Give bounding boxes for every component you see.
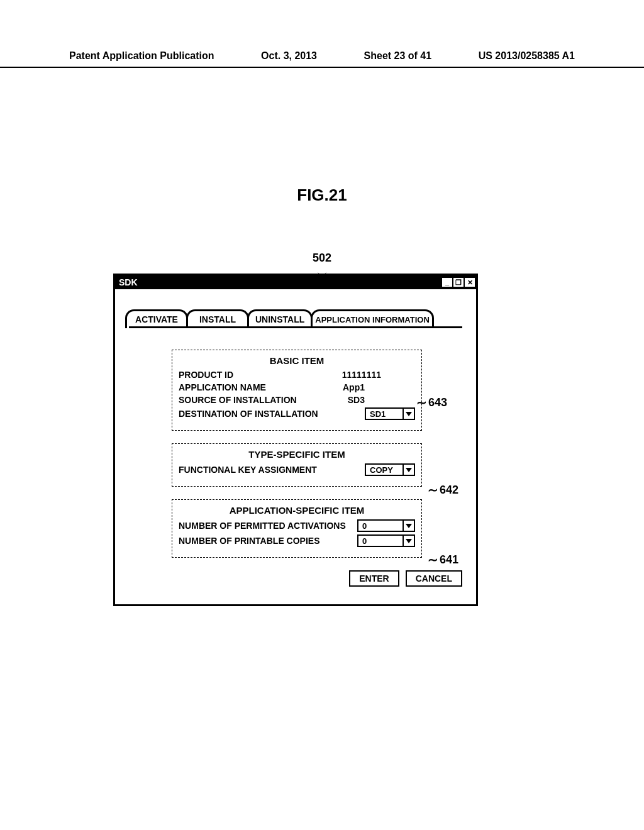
app-specific-group: APPLICATION-SPECIFIC ITEM NUMBER OF PERM…	[172, 499, 422, 558]
activations-value: 0	[358, 521, 402, 531]
sheet-number: Sheet 23 of 41	[364, 50, 432, 62]
pub-date: Oct. 3, 2013	[261, 50, 317, 62]
tab-uninstall[interactable]: UNINSTALL	[247, 309, 313, 328]
app-name-value: App1	[343, 382, 415, 392]
copies-value: 0	[358, 536, 402, 546]
activations-select[interactable]: 0	[357, 519, 415, 532]
source-label: SOURCE OF INSTALLATION	[179, 395, 297, 405]
titlebar: SDK _ ❐ ✕	[115, 275, 476, 289]
dest-label: DESTINATION OF INSTALLATION	[179, 409, 318, 419]
close-icon[interactable]: ✕	[465, 278, 475, 287]
tab-app-info[interactable]: APPLICATION INFORMATION	[311, 309, 434, 328]
action-bar: ENTER CANCEL	[129, 570, 462, 587]
basic-item-group: BASIC ITEM PRODUCT ID 11111111 APPLICATI…	[172, 350, 422, 431]
chevron-down-icon[interactable]	[402, 465, 414, 475]
pub-label: Patent Application Publication	[69, 50, 214, 62]
app-specific-title: APPLICATION-SPECIFIC ITEM	[179, 505, 415, 516]
callout-641: ∼641	[428, 552, 458, 567]
app-name-label: APPLICATION NAME	[179, 382, 266, 392]
callout-643: ∼643	[416, 395, 447, 410]
chevron-down-icon[interactable]	[402, 521, 414, 531]
cancel-button[interactable]: CANCEL	[406, 570, 462, 587]
product-id-label: PRODUCT ID	[179, 370, 233, 380]
callout-642: ∼642	[428, 482, 458, 497]
copies-label: NUMBER OF PRINTABLE COPIES	[179, 536, 320, 546]
enter-button[interactable]: ENTER	[349, 570, 399, 587]
copies-select[interactable]: 0	[357, 534, 415, 547]
figure-title: FIG.21	[297, 185, 347, 205]
type-specific-group: TYPE-SPECIFIC ITEM FUNCTIONAL KEY ASSIGN…	[172, 443, 422, 487]
tab-install[interactable]: INSTALL	[186, 309, 249, 328]
activations-label: NUMBER OF PERMITTED ACTIVATIONS	[179, 521, 346, 531]
chevron-down-icon[interactable]	[402, 536, 414, 546]
window-title: SDK	[119, 277, 138, 287]
maximize-icon[interactable]: ❐	[453, 278, 464, 287]
sdk-window: SDK _ ❐ ✕ ACTIVATE INSTALL UNINSTALL APP…	[113, 274, 478, 606]
tab-bar: ACTIVATE INSTALL UNINSTALL APPLICATION I…	[125, 309, 462, 328]
pub-number: US 2013/0258385 A1	[479, 50, 575, 62]
source-value: SD3	[348, 395, 415, 405]
basic-item-title: BASIC ITEM	[179, 355, 415, 366]
page-header: Patent Application Publication Oct. 3, 2…	[0, 50, 644, 68]
type-specific-title: TYPE-SPECIFIC ITEM	[179, 449, 415, 460]
tab-activate[interactable]: ACTIVATE	[125, 309, 188, 328]
funckey-select[interactable]: COPY	[365, 463, 415, 476]
dest-select[interactable]: SD1	[365, 407, 415, 420]
dest-select-value: SD1	[366, 409, 402, 419]
chevron-down-icon[interactable]	[402, 409, 414, 419]
window-reference-number: 502	[313, 252, 331, 265]
minimize-icon[interactable]: _	[442, 278, 452, 287]
funckey-label: FUNCTIONAL KEY ASSIGNMENT	[179, 465, 317, 475]
tab-panel: BASIC ITEM PRODUCT ID 11111111 APPLICATI…	[129, 326, 462, 594]
product-id-value: 11111111	[342, 370, 415, 380]
funckey-select-value: COPY	[366, 465, 402, 475]
